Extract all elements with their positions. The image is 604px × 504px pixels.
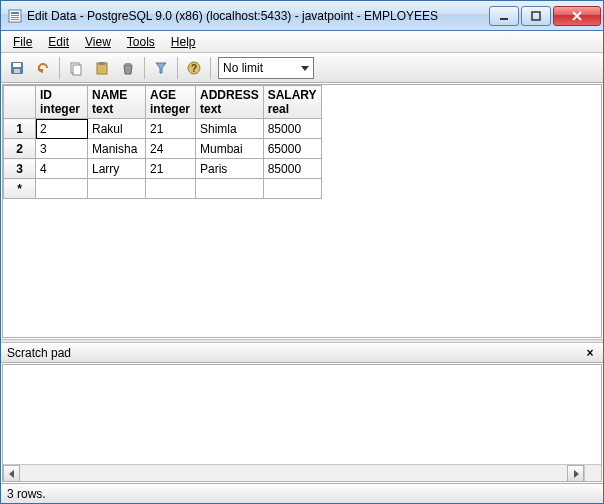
- window-title: Edit Data - PostgreSQL 9.0 (x86) (localh…: [27, 9, 487, 23]
- svg-rect-4: [11, 19, 19, 20]
- status-text: 3 rows.: [7, 487, 46, 501]
- copy-button[interactable]: [64, 56, 88, 80]
- svg-rect-3: [11, 17, 19, 18]
- scratch-pad-body[interactable]: [2, 364, 602, 482]
- svg-rect-13: [99, 62, 105, 65]
- close-button[interactable]: [553, 6, 601, 26]
- scroll-right-button[interactable]: [567, 465, 584, 482]
- content-area: IDinteger NAMEtext AGEinteger ADDRESStex…: [1, 83, 603, 483]
- cell-name[interactable]: Rakul: [88, 119, 146, 139]
- column-header-age[interactable]: AGEinteger: [146, 86, 196, 119]
- cell-salary[interactable]: 85000: [263, 159, 321, 179]
- help-button[interactable]: ?: [182, 56, 206, 80]
- corner-header[interactable]: [4, 86, 36, 119]
- toolbar-separator: [210, 57, 211, 79]
- table-row[interactable]: 1 2 Rakul 21 Shimla 85000: [4, 119, 322, 139]
- scratch-close-button[interactable]: ×: [583, 346, 597, 360]
- column-header-address[interactable]: ADDRESStext: [196, 86, 264, 119]
- row-header[interactable]: 2: [4, 139, 36, 159]
- grid-table: IDinteger NAMEtext AGEinteger ADDRESStex…: [3, 85, 322, 199]
- cell-age[interactable]: 21: [146, 159, 196, 179]
- column-header-salary[interactable]: SALARYreal: [263, 86, 321, 119]
- toolbar-separator: [59, 57, 60, 79]
- svg-rect-1: [11, 12, 19, 14]
- new-row[interactable]: *: [4, 179, 322, 199]
- svg-rect-9: [14, 69, 20, 73]
- cell-id[interactable]: 2: [36, 119, 88, 139]
- cell-age[interactable]: 24: [146, 139, 196, 159]
- scroll-corner: [584, 464, 601, 481]
- cell-address[interactable]: Paris: [196, 159, 264, 179]
- scroll-left-button[interactable]: [3, 465, 20, 482]
- menu-help[interactable]: Help: [163, 33, 204, 51]
- toolbar-separator: [144, 57, 145, 79]
- cell-name[interactable]: Larry: [88, 159, 146, 179]
- app-window: Edit Data - PostgreSQL 9.0 (x86) (localh…: [0, 0, 604, 504]
- svg-rect-14: [125, 63, 131, 65]
- cell-age[interactable]: 21: [146, 119, 196, 139]
- paste-button[interactable]: [90, 56, 114, 80]
- cell-age[interactable]: [146, 179, 196, 199]
- cell-salary[interactable]: 85000: [263, 119, 321, 139]
- cell-id[interactable]: 4: [36, 159, 88, 179]
- column-header-id[interactable]: IDinteger: [36, 86, 88, 119]
- cell-id[interactable]: [36, 179, 88, 199]
- data-grid[interactable]: IDinteger NAMEtext AGEinteger ADDRESStex…: [2, 84, 602, 338]
- menubar: File Edit View Tools Help: [1, 31, 603, 53]
- cell-name[interactable]: [88, 179, 146, 199]
- toolbar-separator: [177, 57, 178, 79]
- table-row[interactable]: 2 3 Manisha 24 Mumbai 65000: [4, 139, 322, 159]
- filter-button[interactable]: [149, 56, 173, 80]
- menu-edit[interactable]: Edit: [40, 33, 77, 51]
- cell-name[interactable]: Manisha: [88, 139, 146, 159]
- limit-dropdown[interactable]: No limit: [218, 57, 314, 79]
- svg-rect-2: [11, 15, 19, 16]
- row-header[interactable]: 3: [4, 159, 36, 179]
- delete-button[interactable]: [116, 56, 140, 80]
- cell-id[interactable]: 3: [36, 139, 88, 159]
- maximize-button[interactable]: [521, 6, 551, 26]
- cell-address[interactable]: Shimla: [196, 119, 264, 139]
- window-controls: [487, 6, 601, 26]
- menu-tools[interactable]: Tools: [119, 33, 163, 51]
- titlebar[interactable]: Edit Data - PostgreSQL 9.0 (x86) (localh…: [1, 1, 603, 31]
- menu-view[interactable]: View: [77, 33, 119, 51]
- chevron-down-icon: [301, 61, 309, 75]
- menu-file[interactable]: File: [5, 33, 40, 51]
- undo-button[interactable]: [31, 56, 55, 80]
- row-header[interactable]: 1: [4, 119, 36, 139]
- statusbar: 3 rows.: [1, 483, 603, 503]
- svg-rect-11: [73, 65, 81, 75]
- svg-rect-5: [500, 18, 508, 20]
- horizontal-scrollbar[interactable]: [3, 464, 584, 481]
- cell-address[interactable]: Mumbai: [196, 139, 264, 159]
- scroll-track[interactable]: [20, 465, 567, 481]
- minimize-button[interactable]: [489, 6, 519, 26]
- svg-text:?: ?: [191, 63, 197, 74]
- cell-salary[interactable]: 65000: [263, 139, 321, 159]
- limit-value: No limit: [223, 61, 263, 75]
- cell-salary[interactable]: [263, 179, 321, 199]
- svg-rect-6: [532, 12, 540, 20]
- column-header-name[interactable]: NAMEtext: [88, 86, 146, 119]
- app-icon: [7, 8, 23, 24]
- cell-address[interactable]: [196, 179, 264, 199]
- scratch-pad-title: Scratch pad: [7, 346, 71, 360]
- save-button[interactable]: [5, 56, 29, 80]
- table-row[interactable]: 3 4 Larry 21 Paris 85000: [4, 159, 322, 179]
- svg-rect-8: [13, 63, 21, 67]
- scratch-pad-header: Scratch pad ×: [1, 343, 603, 363]
- new-row-marker[interactable]: *: [4, 179, 36, 199]
- toolbar: ? No limit: [1, 53, 603, 83]
